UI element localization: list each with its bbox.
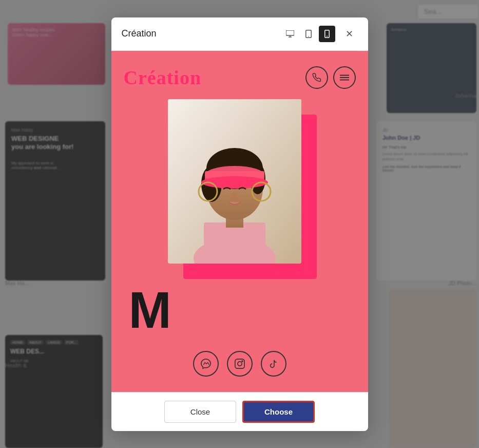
template-social-icons: [193, 351, 286, 377]
view-desktop-button[interactable]: [282, 26, 298, 42]
modal-overlay: Création: [0, 0, 479, 448]
template-header-row: Création: [124, 66, 356, 89]
template-photo: [168, 99, 312, 274]
modal-close-button[interactable]: ✕: [341, 26, 358, 42]
svg-point-26: [242, 361, 243, 362]
photo-frame: [168, 99, 301, 264]
tiktok-icon: [261, 351, 286, 377]
template-big-letter: M: [129, 284, 171, 335]
modal-title: Création: [122, 28, 276, 39]
svg-rect-0: [286, 30, 294, 35]
view-mobile-button[interactable]: [319, 26, 335, 42]
tablet-icon: [305, 30, 312, 38]
modal-body: Création: [111, 51, 368, 392]
mobile-icon: [324, 30, 330, 38]
view-tablet-button[interactable]: [300, 26, 317, 42]
svg-point-25: [237, 361, 241, 365]
close-button[interactable]: Close: [164, 401, 236, 423]
svg-point-21: [232, 192, 238, 200]
modal: Création: [111, 17, 368, 431]
view-icons-group: [282, 26, 335, 42]
template-site-title: Création: [124, 66, 202, 89]
instagram-icon: [227, 351, 253, 377]
svg-point-4: [308, 36, 309, 37]
close-icon: ✕: [346, 28, 353, 40]
template-phone-icon: [305, 66, 328, 89]
svg-rect-24: [235, 359, 244, 368]
preview-scroll[interactable]: Création: [111, 51, 368, 392]
choose-button[interactable]: Choose: [242, 401, 315, 423]
svg-rect-12: [204, 222, 265, 264]
desktop-icon: [286, 30, 294, 38]
template-header-icons: [305, 66, 356, 89]
person-illustration: [168, 99, 301, 264]
modal-header: Création: [111, 17, 368, 51]
svg-point-6: [327, 35, 328, 36]
template-preview: Création: [111, 51, 368, 392]
modal-footer: Close Choose: [111, 392, 368, 431]
template-menu-icon: [333, 66, 356, 89]
messenger-icon: [193, 351, 219, 377]
